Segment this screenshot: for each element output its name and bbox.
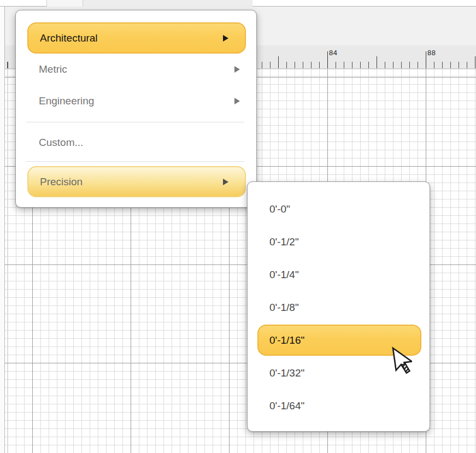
submenu-item-0-1-8[interactable]: 0'-1/8" bbox=[248, 291, 430, 324]
menu-separator bbox=[26, 122, 244, 122]
toolbar-segment bbox=[46, 0, 83, 7]
submenu-item-0-1-4[interactable]: 0'-1/4" bbox=[248, 258, 430, 291]
submenu-item-label: 0'-1/8" bbox=[269, 291, 299, 324]
submenu-arrow-icon bbox=[223, 35, 228, 42]
units-context-menu: Architectural Metric Engineering Custom.… bbox=[15, 10, 257, 208]
submenu-item-label: 0'-1/64" bbox=[269, 390, 304, 422]
menu-item-label: Architectural bbox=[40, 23, 98, 53]
menu-item-metric[interactable]: Metric bbox=[16, 54, 256, 85]
menu-item-engineering[interactable]: Engineering bbox=[16, 85, 256, 117]
menu-item-architectural[interactable]: Architectural bbox=[27, 22, 246, 54]
submenu-arrow-icon bbox=[234, 66, 240, 73]
menu-item-precision[interactable]: Precision bbox=[27, 166, 246, 197]
menu-item-label: Precision bbox=[40, 167, 83, 197]
submenu-arrow-icon bbox=[223, 179, 228, 185]
submenu-arrow-icon bbox=[234, 98, 240, 104]
menu-item-label: Engineering bbox=[39, 85, 94, 117]
submenu-item-0-1-2[interactable]: 0'-1/2" bbox=[248, 226, 430, 258]
menu-item-label: Custom... bbox=[39, 127, 83, 158]
menu-item-label: Metric bbox=[39, 54, 67, 85]
submenu-item-label: 0'-1/16" bbox=[269, 324, 304, 357]
submenu-item-label: 0'-1/2" bbox=[269, 226, 299, 258]
menu-separator bbox=[26, 161, 244, 162]
left-edge-strip bbox=[0, 7, 5, 453]
submenu-item-0-1-64[interactable]: 0'-1/64" bbox=[248, 390, 430, 422]
mouse-cursor-icon bbox=[388, 346, 412, 380]
precision-submenu: 0'-0" 0'-1/2" 0'-1/4" 0'-1/8" 0'-1/16" 0… bbox=[247, 181, 430, 432]
submenu-item-label: 0'-1/4" bbox=[269, 258, 299, 291]
submenu-item-0-0[interactable]: 0'-0" bbox=[248, 193, 430, 226]
top-toolbar-edge bbox=[0, 0, 476, 7]
app-window: 84 88 Architectural Metric Engineering C… bbox=[0, 0, 476, 453]
submenu-item-label: 0'-0" bbox=[269, 193, 290, 226]
toolbar-segment bbox=[83, 0, 252, 7]
submenu-item-label: 0'-1/32" bbox=[269, 357, 304, 390]
menu-item-custom[interactable]: Custom... bbox=[16, 127, 256, 158]
